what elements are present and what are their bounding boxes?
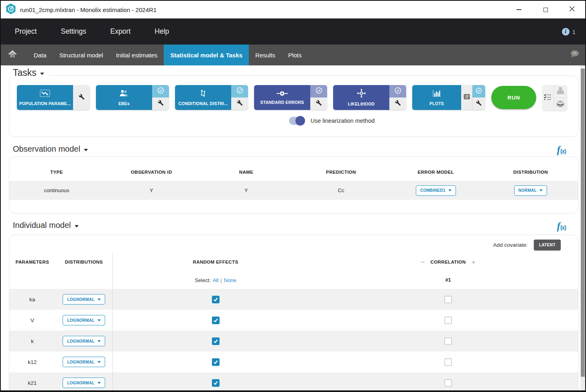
tasks-card: POPULATION PARAME... EBEs [9,75,578,137]
tab-data[interactable]: Data [27,45,53,65]
k-random-effect-checkbox[interactable] [212,337,220,345]
k21-distribution-dropdown[interactable]: LOGNORMAL [63,378,105,388]
task-standard-errors[interactable]: STANDARD ERRORS [254,85,327,110]
info-icon: i [562,28,570,35]
v-correlation-checkbox[interactable] [444,317,452,324]
caret-down-icon [448,189,452,191]
plots-list-button[interactable] [461,85,472,110]
task-ebes[interactable]: EBEs [96,85,169,110]
home-tab[interactable] [1,45,27,65]
observation-model-heading[interactable]: Observation model [11,144,93,154]
task-likelihood[interactable]: LIKELIHOOD [333,85,406,110]
monolix-logo-icon [6,3,16,16]
task-button-row: POPULATION PARAME... EBEs [17,85,567,111]
menu-project[interactable]: Project [15,27,37,36]
window-title: run01_2cmp.mlxtran - Monolix estimation … [20,6,157,13]
scrollbar-thumb[interactable] [581,69,585,377]
cubes-icon [557,87,564,96]
task-checklist-button[interactable] [542,85,554,111]
observation-model-heading-label: Observation model [13,144,80,154]
observation-model-card: TYPE OBSERVATION ID NAME PREDICTION ERRO… [9,156,578,213]
toggle-knob [295,116,305,126]
correlation-group-label: #1 [318,271,578,289]
select-none-link[interactable]: None [224,277,236,283]
plots-enabled-badge[interactable] [472,85,485,97]
ebes-settings-button[interactable] [152,97,169,110]
select-all-link[interactable]: All [213,277,218,283]
k-distribution-dropdown[interactable]: LOGNORMAL [63,336,105,346]
likelihood-settings-button[interactable] [389,97,406,110]
menu-settings[interactable]: Settings [61,27,86,36]
standard-errors-settings-button[interactable] [310,97,327,110]
scenario-layers-button[interactable] [554,98,567,111]
latent-covariate-button[interactable]: LATENT [534,240,561,250]
tab-statistical-model-tasks[interactable]: Statistical model & Tasks [164,45,249,65]
bar-chart-icon [432,89,442,99]
title-bar: run01_2cmp.mlxtran - Monolix estimation … [1,1,585,18]
assessment-button[interactable] [554,85,567,98]
k21-random-effect-checkbox[interactable] [212,379,220,387]
menu-export[interactable]: Export [110,27,131,36]
ebes-enabled-badge[interactable] [152,85,169,97]
observation-formula-button[interactable]: f (x) [557,144,566,156]
col-observation-id: OBSERVATION ID [104,170,199,175]
k21-correlation-checkbox[interactable] [444,379,452,387]
population-parameters-settings-button[interactable] [73,85,90,110]
parameter-name: V [9,310,55,331]
vertical-scrollbar[interactable] [580,65,585,390]
tab-initial-estimates[interactable]: Initial estimates [110,45,164,65]
monolix-window: run01_2cmp.mlxtran - Monolix estimation … [0,0,586,392]
wrench-icon [79,94,85,102]
task-conditional-distribution[interactable]: CONDITIONAL DISTRI... [175,85,248,110]
line-chart-icon [40,89,50,99]
likelihood-enabled-badge[interactable] [389,85,406,97]
conditional-distribution-enabled-badge[interactable] [231,85,248,97]
close-button[interactable] [559,1,585,18]
task-population-parameters[interactable]: POPULATION PARAME... [17,85,90,110]
task-plots[interactable]: PLOTS [412,85,485,110]
scatter-branch-icon [199,89,208,99]
notification-area[interactable]: i 1 [562,28,576,35]
tab-structural-model[interactable]: Structural model [53,45,110,65]
individual-model-heading[interactable]: Individual model [11,221,83,231]
tab-plots[interactable]: Plots [282,45,308,65]
menu-help[interactable]: Help [155,27,169,36]
tasks-section-heading[interactable]: Tasks [11,67,49,79]
k12-correlation-checkbox[interactable] [444,358,452,366]
distribution-dropdown[interactable]: NORMAL [514,185,547,196]
linearization-toggle[interactable] [289,117,304,125]
caret-down-icon [98,382,101,384]
individual-formula-button[interactable]: f (x) [557,221,566,232]
maximize-button[interactable] [532,1,559,18]
caret-down-icon [84,149,88,151]
standard-errors-enabled-badge[interactable] [310,85,327,97]
wrench-icon [158,100,164,108]
error-model-dropdown[interactable]: COMBINED1 [416,185,456,196]
col-correlation: CORRELATION [431,260,466,264]
ka-distribution-dropdown[interactable]: LOGNORMAL [63,294,105,305]
conditional-distribution-settings-button[interactable] [231,97,248,110]
col-distributions: DISTRIBUTIONS [55,253,113,271]
tab-results[interactable]: Results [249,45,282,65]
k-correlation-checkbox[interactable] [444,337,452,345]
feedback-button[interactable] [569,45,585,65]
ka-random-effect-checkbox[interactable] [212,296,220,303]
caret-down-icon [75,225,79,227]
correlation-header: − CORRELATION + [421,259,476,266]
remove-correlation-button[interactable]: − [421,259,425,266]
observation-table-row: continuous Y Y Cc COMBINED1 NORMAL [9,181,578,200]
minimize-button[interactable] [506,1,532,18]
ka-correlation-checkbox[interactable] [444,296,452,303]
k12-random-effect-checkbox[interactable] [212,358,220,366]
v-random-effect-checkbox[interactable] [212,317,220,324]
random-effects-select-controls: Select: All | None [195,277,236,283]
individual-model-card: Add covariate: LATENT PARAMETERS DISTRIB… [9,235,578,390]
add-correlation-button[interactable]: + [471,259,475,266]
plots-settings-button[interactable] [472,97,485,110]
run-button[interactable]: RUN [491,86,536,109]
v-distribution-dropdown[interactable]: LOGNORMAL [63,315,105,325]
maximize-icon [543,8,548,12]
fx-icon: f [557,221,560,232]
caret-down-icon [539,189,543,191]
k12-distribution-dropdown[interactable]: LOGNORMAL [63,357,105,367]
